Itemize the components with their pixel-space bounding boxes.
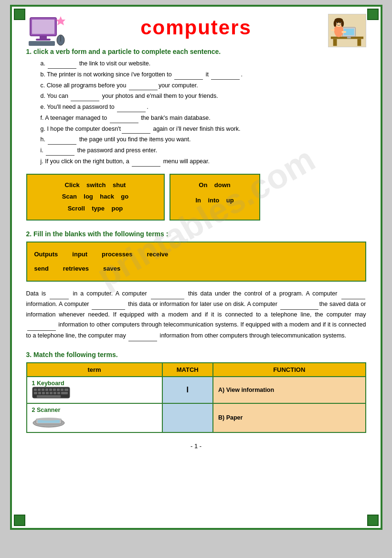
svg-rect-40 bbox=[57, 392, 60, 394]
svg-rect-37 bbox=[46, 392, 49, 394]
word-boxes: Click switch shut Scan log hack go Scrol… bbox=[26, 174, 366, 221]
corner-br bbox=[367, 515, 379, 526]
section-3-title: 3. Match the following terms. bbox=[26, 351, 366, 358]
fill-word-processes: processes bbox=[102, 248, 132, 261]
corner-tr bbox=[367, 9, 379, 20]
table-header-row: term MATCH FUNCTION bbox=[27, 363, 366, 377]
svg-rect-31 bbox=[57, 389, 60, 391]
fill-word-saves: saves bbox=[103, 263, 120, 275]
svg-rect-23 bbox=[341, 31, 346, 33]
fill-row-1: Outputs input processes receive bbox=[34, 248, 358, 261]
match-value-2 bbox=[162, 403, 213, 432]
svg-rect-35 bbox=[38, 392, 41, 394]
girl-svg bbox=[328, 14, 366, 47]
svg-point-46 bbox=[36, 418, 62, 421]
word-row-2: Scan log hack go bbox=[34, 191, 157, 203]
svg-rect-36 bbox=[42, 392, 45, 394]
computer-illustration bbox=[26, 14, 69, 47]
term-number-1: 1 Keyboard bbox=[32, 380, 64, 387]
section-2-title: 2. Fill in the blanks with the following… bbox=[26, 230, 366, 238]
svg-rect-25 bbox=[34, 389, 37, 391]
blank-f bbox=[110, 114, 138, 123]
fill-word-retrieves: retrieves bbox=[63, 263, 89, 275]
word-row-3: Scroll type pop bbox=[34, 203, 157, 215]
sentence-e: e. You'll need a password to . bbox=[41, 103, 366, 112]
match-value-1: I bbox=[162, 377, 213, 403]
fill-word-box: Outputs input processes receive send ret… bbox=[26, 242, 366, 282]
svg-rect-34 bbox=[34, 392, 37, 394]
sentence-f: f. A teenager managed to the bank's main… bbox=[41, 114, 366, 123]
girl-illustration bbox=[328, 14, 366, 47]
section-1-title: 1. click a verb form and a particle to c… bbox=[26, 48, 366, 55]
sentence-j: j. If you click on the right button, a m… bbox=[41, 157, 366, 167]
paragraph-text: Data is in a computer. A computer this d… bbox=[26, 289, 366, 341]
blank-g bbox=[122, 125, 150, 134]
svg-rect-27 bbox=[42, 389, 44, 391]
sentences-list: a. the link to visit our website. b. The… bbox=[41, 59, 366, 167]
svg-rect-10 bbox=[333, 39, 337, 46]
scanner-icon bbox=[32, 413, 65, 428]
header-match: MATCH bbox=[162, 363, 213, 377]
word-row-right-2: In into up bbox=[178, 195, 252, 207]
svg-rect-4 bbox=[29, 41, 55, 46]
svg-point-21 bbox=[339, 22, 340, 23]
table-row: 2 Scanner B) Paper bbox=[27, 403, 366, 432]
header: computers bbox=[26, 16, 366, 39]
computer-svg bbox=[26, 14, 69, 47]
word-row-right-1: On down bbox=[178, 179, 252, 191]
svg-rect-42 bbox=[37, 395, 61, 398]
sentence-g: g. I hope the computer doesn't again or … bbox=[41, 125, 366, 134]
svg-rect-14 bbox=[347, 37, 351, 39]
keyboard-icon bbox=[32, 387, 70, 399]
word-box-right: On down In into up bbox=[170, 174, 260, 221]
blank-i bbox=[46, 146, 74, 156]
svg-point-20 bbox=[337, 22, 338, 23]
fill-row-2: send retrieves saves bbox=[34, 263, 358, 275]
fill-word-send: send bbox=[34, 263, 49, 275]
corner-tl bbox=[14, 9, 25, 20]
blank-j bbox=[132, 157, 160, 167]
function-b: B) Paper bbox=[213, 403, 366, 432]
page-number: - 1 - bbox=[26, 442, 366, 450]
blank-b1 bbox=[174, 70, 203, 80]
svg-rect-2 bbox=[40, 36, 47, 39]
svg-rect-1 bbox=[32, 20, 54, 34]
table-row: 1 Keyboard bbox=[27, 377, 366, 403]
function-a: A) View information bbox=[213, 377, 366, 403]
blank-e bbox=[117, 103, 146, 112]
sentence-b: b. The printer is not working since i've… bbox=[41, 70, 366, 80]
svg-rect-41 bbox=[61, 392, 68, 394]
sentence-a: a. the link to visit our website. bbox=[41, 59, 366, 69]
section-1: 1. click a verb form and a particle to c… bbox=[26, 48, 366, 221]
fill-word-outputs: Outputs bbox=[34, 248, 58, 261]
corner-bl bbox=[14, 515, 25, 526]
page-title: computers bbox=[140, 16, 252, 39]
svg-rect-38 bbox=[50, 392, 53, 394]
svg-rect-33 bbox=[64, 389, 68, 391]
term-scanner: 2 Scanner bbox=[27, 403, 162, 432]
term-keyboard: 1 Keyboard bbox=[27, 377, 162, 403]
sentence-i: i. the password and press enter. bbox=[41, 146, 366, 156]
svg-rect-30 bbox=[53, 389, 56, 391]
sentence-d: d. You can your photos and e'mail them t… bbox=[41, 92, 366, 101]
blank-a bbox=[48, 59, 76, 69]
svg-rect-11 bbox=[357, 39, 361, 46]
sentence-c: c. Close all programs before you your co… bbox=[41, 81, 366, 91]
svg-rect-39 bbox=[53, 392, 56, 394]
section-2: 2. Fill in the blanks with the following… bbox=[26, 230, 366, 341]
svg-point-19 bbox=[341, 21, 344, 27]
svg-marker-7 bbox=[56, 16, 65, 25]
match-table: term MATCH FUNCTION 1 Keyboard bbox=[26, 362, 366, 433]
svg-point-18 bbox=[333, 21, 336, 27]
svg-rect-26 bbox=[38, 389, 41, 391]
svg-rect-29 bbox=[49, 389, 52, 391]
blank-b2 bbox=[211, 70, 240, 80]
svg-rect-28 bbox=[45, 389, 48, 391]
fill-word-receive: receive bbox=[147, 248, 168, 261]
svg-rect-32 bbox=[61, 389, 64, 391]
blank-h bbox=[48, 135, 76, 145]
header-function: FUNCTION bbox=[213, 363, 366, 377]
fill-word-input: input bbox=[72, 248, 87, 261]
word-box-left: Click switch shut Scan log hack go Scrol… bbox=[26, 174, 165, 221]
section-3: 3. Match the following terms. term MATCH… bbox=[26, 351, 366, 433]
